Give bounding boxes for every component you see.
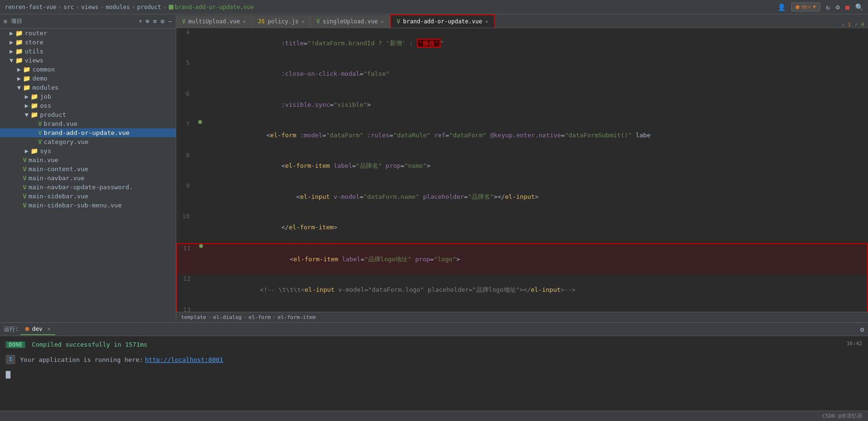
- tab-label: multiUpload.vue: [188, 18, 240, 25]
- terminal-line-2: I Your application is running here: http…: [6, 354, 862, 365]
- running-text: Your application is running here:: [20, 354, 143, 365]
- tree-item-store[interactable]: ▶ 📁 store: [0, 38, 176, 47]
- breadcrumb-template: template: [181, 314, 206, 320]
- tree-item-job[interactable]: ▶ 📁 job: [0, 92, 176, 101]
- tabs-right-icons: ⚠ 1 ✓ 4: [838, 21, 868, 28]
- breadcrumb-root: renren-fast-vue: [5, 4, 56, 10]
- tab-close[interactable]: ×: [485, 19, 488, 25]
- refresh-icon[interactable]: ↻: [826, 3, 830, 11]
- minimize-icon[interactable]: —: [168, 18, 172, 25]
- terminal-tab-dev[interactable]: dev ×: [20, 324, 55, 335]
- code-line-4: 4 :title="!dataForm.brandId ? '新增' : '修改…: [176, 28, 868, 59]
- main-area: ■ 项目 ▼ ⊕ ≡ ⚙ — ▶ 📁 router ▶ 📁 store ▶: [0, 14, 868, 322]
- tree-item-sys[interactable]: ▶ 📁 sys: [0, 146, 176, 155]
- sidebar-header: ■ 项目 ▼ ⊕ ≡ ⚙ —: [0, 14, 176, 29]
- tab-close[interactable]: ×: [302, 19, 305, 25]
- tab-singleupload[interactable]: V singleUpload.vue ×: [311, 15, 390, 28]
- code-line-7: 7 <el-form :model="dataForm" :rules="dat…: [176, 120, 868, 151]
- tree-item-common[interactable]: ▶ 📁 common: [0, 65, 176, 74]
- code-line-13: 13: [177, 306, 867, 312]
- tab-vue-icon: V: [316, 18, 320, 25]
- terminal-prompt: I Your application is running here: http…: [6, 354, 862, 365]
- sidebar: ■ 项目 ▼ ⊕ ≡ ⚙ — ▶ 📁 router ▶ 📁 store ▶: [0, 14, 176, 322]
- tabs-bar: V multiUpload.vue × JS policy.js × V sin…: [176, 14, 868, 28]
- tree-item-demo[interactable]: ▶ 📁 demo: [0, 74, 176, 83]
- compile-success-text: Compiled successfully in 1571ms: [32, 341, 148, 348]
- code-line-9: 9 <el-input v-model="dataForm.name" plac…: [176, 182, 868, 212]
- tab-label: singleUpload.vue: [323, 18, 378, 25]
- csdn-label: CSDN @有语忆语: [822, 412, 862, 420]
- stop-icon[interactable]: ■: [846, 3, 849, 11]
- breadcrumb-el-dialog: el-dialog: [213, 314, 242, 320]
- breadcrumb-el-form-item: el-form-item: [278, 314, 315, 320]
- tree-item-main[interactable]: V main.vue: [0, 155, 176, 164]
- tab-label: brand-add-or-update.vue: [403, 18, 482, 25]
- tab-label: policy.js: [268, 18, 299, 25]
- code-line-10: 10 </el-form-item>: [176, 212, 868, 243]
- tab-policy[interactable]: JS policy.js ×: [252, 15, 311, 28]
- code-line-11: 11 <el-form-item label="品牌logo地址" prop="…: [177, 244, 867, 275]
- breadcrumb-src: src: [64, 4, 74, 10]
- tab-vue-icon: V: [397, 18, 400, 25]
- bottom-breadcrumb: template › el-dialog › el-form › el-form…: [176, 312, 868, 322]
- breadcrumb-product: product: [137, 4, 161, 10]
- code-line-12: 12 <!-- \t\t\t<el-input v-model="dataFor…: [177, 275, 867, 305]
- tree-item-modules[interactable]: ▼ 📁 modules: [0, 83, 176, 92]
- tree-item-main-navbar-update[interactable]: V main-navbar-update-password.: [0, 183, 176, 192]
- tree-item-utils[interactable]: ▶ 📁 utils: [0, 47, 176, 56]
- tree-item-main-content[interactable]: V main-content.vue: [0, 164, 176, 174]
- tab-close[interactable]: ×: [243, 19, 246, 25]
- tree-item-main-sidebar-sub[interactable]: V main-sidebar-sub-menu.vue: [0, 201, 176, 210]
- collapse-icon[interactable]: ≡: [153, 18, 157, 25]
- terminal-line-3: [6, 369, 862, 380]
- breadcrumb-modules: modules: [106, 4, 130, 10]
- editor-content[interactable]: 4 :title="!dataForm.brandId ? '新增' : '修改…: [176, 28, 868, 312]
- dev-badge[interactable]: dev ▼: [791, 2, 820, 11]
- top-bar-right: 👤 dev ▼ ↻ ⚙ ■ 🔍: [777, 2, 863, 11]
- timestamp: 16:42: [847, 339, 862, 349]
- terminal-tab-close[interactable]: ×: [47, 326, 50, 332]
- plugin-icon[interactable]: ⚙: [836, 3, 839, 11]
- sidebar-header-icons: ⊕ ≡ ⚙ —: [146, 18, 172, 25]
- prompt-i-icon: I: [6, 355, 15, 364]
- tab-multiupload[interactable]: V multiUpload.vue ×: [176, 15, 252, 28]
- tab-vue-icon: V: [182, 18, 185, 25]
- user-icon[interactable]: 👤: [777, 3, 786, 11]
- warning-count: ⚠ 1: [841, 21, 851, 28]
- terminal-tabs: 运行: dev × ⚙: [0, 323, 868, 336]
- tab-close[interactable]: ×: [381, 19, 384, 25]
- tab-js-icon: JS: [258, 18, 264, 25]
- tree-item-main-navbar[interactable]: V main-navbar.vue: [0, 174, 176, 183]
- breadcrumb-el-form: el-form: [249, 314, 271, 320]
- terminal-settings-icon[interactable]: ⚙: [860, 326, 864, 333]
- search-icon[interactable]: 🔍: [855, 3, 863, 11]
- terminal-line-1: DONE Compiled successfully in 1571ms 16:…: [6, 339, 862, 350]
- terminal-cursor: [6, 371, 10, 379]
- tab-brand-add[interactable]: V brand-add-or-update.vue ×: [390, 14, 495, 28]
- code-line-6: 6 :visible.sync="visible">: [176, 90, 868, 120]
- top-bar: renren-fast-vue › src › views › modules …: [0, 0, 868, 14]
- tree-item-router[interactable]: ▶ 📁 router: [0, 29, 176, 38]
- terminal-area: 运行: dev × ⚙ DONE Compiled successfully i…: [0, 322, 868, 411]
- terminal-dev-label: dev: [32, 326, 42, 332]
- tree-item-brand-add[interactable]: V brand-add-or-update.vue: [0, 128, 176, 137]
- tree-item-brand-vue[interactable]: V brand.vue: [0, 119, 176, 128]
- code-line-5: 5 :close-on-click-modal="false": [176, 59, 868, 89]
- tree-item-views[interactable]: ▼ 📁 views: [0, 56, 176, 65]
- done-badge: DONE: [6, 341, 25, 348]
- breadcrumb-views: views: [81, 4, 99, 10]
- terminal-run-label: 运行:: [4, 325, 20, 333]
- sidebar-title: 项目: [11, 17, 135, 25]
- app-link[interactable]: http://localhost:8001: [145, 354, 223, 365]
- tree-item-main-sidebar[interactable]: V main-sidebar.vue: [0, 192, 176, 201]
- add-icon[interactable]: ⊕: [146, 18, 150, 25]
- tree-item-oss[interactable]: ▶ 📁 oss: [0, 101, 176, 110]
- terminal-content: DONE Compiled successfully in 1571ms 16:…: [0, 336, 868, 411]
- tree-item-product[interactable]: ▼ 📁 product: [0, 110, 176, 119]
- breadcrumb-file: brand-add-or-update.vue: [169, 4, 254, 10]
- code-block-highlight: 11 <el-form-item label="品牌logo地址" prop="…: [176, 243, 868, 312]
- editor-area: V multiUpload.vue × JS policy.js × V sin…: [176, 14, 868, 322]
- tree-item-category[interactable]: V category.vue: [0, 137, 176, 146]
- check-count: ✓ 4: [855, 21, 864, 28]
- settings-icon[interactable]: ⚙: [161, 18, 164, 25]
